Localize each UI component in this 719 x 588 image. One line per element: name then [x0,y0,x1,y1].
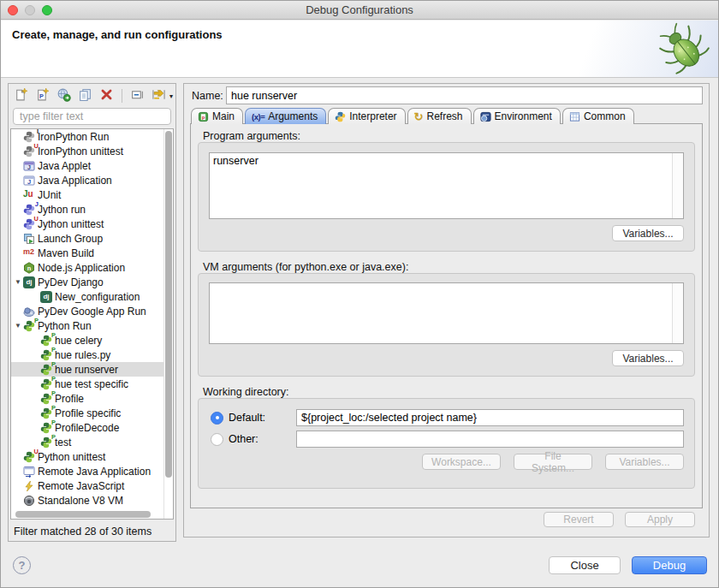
close-button[interactable]: Close [549,556,621,574]
tree-item-pydev-django[interactable]: ▼ dj PyDev Django [11,275,173,289]
tree-item-maven-build[interactable]: m2 Maven Build [11,246,173,260]
tree-item-jython-unittest[interactable]: U Jython unittest [11,217,173,231]
tree-item-label: Jython unittest [38,218,104,230]
java-application-icon: J [23,175,35,187]
vm-arguments-label: VM arguments (for python.exe or java.exe… [203,261,408,273]
delete-launch-configuration-button[interactable] [98,87,116,104]
textarea-scrollbar[interactable] [672,153,683,218]
default-directory-input[interactable] [296,409,684,426]
configurations-toolbar: P ▾ [12,86,173,105]
help-button[interactable]: ? [13,556,31,574]
tree-item-remote-java-application[interactable]: Remote Java Application [11,464,173,478]
python-green-P-icon: P [40,393,52,405]
vm-arguments-variables-button[interactable]: Variables... [612,350,684,366]
tree-item-node-js-application[interactable]: n Node.js Application [11,260,173,275]
tree-item-python-unittest[interactable]: U Python unittest [11,449,173,464]
tree-item-label: New_configuration [55,291,140,303]
tree-item-java-applet[interactable]: J Java Applet [11,158,173,173]
tab-interpreter[interactable]: Interpreter [328,108,405,124]
filter-menu-caret-icon[interactable]: ▾ [169,92,173,100]
name-row: Name: [184,84,709,108]
working-directory-variables-button[interactable]: Variables... [605,454,684,470]
tree-item-hue-test-specific[interactable]: P hue test specific [11,377,173,391]
tab-environment[interactable]: Environment [473,108,561,124]
tree-item-label: ProfileDecode [55,422,119,434]
collapse-all-button[interactable] [128,87,146,104]
tree-item-ironpython-unittest[interactable]: U IronPython unittest [11,144,173,158]
tree-item-remote-javascript[interactable]: Remote JavaScript [11,478,173,493]
textarea-scrollbar[interactable] [672,283,683,343]
tree-item-launch-group[interactable]: Launch Group [11,231,173,246]
scrollbar-thumb[interactable] [15,511,151,518]
python-gray-I-icon: I [23,131,35,143]
scrollbar-thumb[interactable] [165,131,172,478]
other-directory-input[interactable] [296,431,684,448]
tab-label: Common [584,110,626,122]
tab-main[interactable]: p Main [191,108,243,124]
other-radio[interactable] [211,433,223,446]
new-launch-prototype-icon: P [35,87,50,104]
tree-item-label: Java Applet [38,160,91,172]
tree-item-label: PyDev Django [38,276,104,288]
launch-group-icon [23,233,35,245]
python-blue-U-icon: U [23,218,35,230]
workspace-button[interactable]: Workspace... [422,454,501,470]
working-directory-label: Working directory: [203,386,289,398]
apply-button[interactable]: Apply [625,512,695,527]
configurations-tree: I IronPython Run U IronPython unittest J… [10,128,174,520]
new-launch-prototype-button[interactable]: P [33,87,51,104]
new-launch-configuration-button[interactable] [12,87,30,104]
toolbar-separator [122,89,122,103]
tree-horizontal-scrollbar[interactable] [11,510,163,519]
tree-item-label: PyDev Google App Run [38,306,146,318]
svg-text:n: n [27,264,32,271]
tree-item-label: Python unittest [38,451,105,463]
java-applet-icon: J [23,160,35,172]
debug-button[interactable]: Debug [632,556,707,574]
window-title: Debug Configurations [1,3,718,16]
remote-java-icon [23,466,35,478]
tree-item-label: Python Run [38,320,92,332]
main-tab-icon: p [198,111,209,122]
tree-item-java-application[interactable]: J Java Application [11,173,173,187]
default-radio[interactable] [211,412,223,425]
dialog-header: Create, manage, and run configurations [1,21,718,78]
tab-common[interactable]: Common [562,108,634,124]
tree-item-profile[interactable]: P Profile [11,391,173,406]
title-bar[interactable]: Debug Configurations [1,1,718,20]
filter-input[interactable] [13,108,171,125]
file-system-button[interactable]: File System... [514,454,592,470]
tree-item-hue-runserver[interactable]: P hue runserver [11,362,173,377]
tree-item-new-configuration[interactable]: dj New_configuration [11,289,173,304]
tree-item-python-run[interactable]: ▼ P Python Run [11,318,173,333]
tree-item-hue-rules-py[interactable]: P hue rules.py [11,347,173,362]
duplicate-launch-configuration-button[interactable] [76,87,94,104]
expander-icon[interactable]: ▼ [13,322,23,330]
tree-item-hue-celery[interactable]: P hue celery [11,333,173,347]
tab-refresh[interactable]: ↻ Refresh [407,108,472,124]
expander-icon[interactable]: ▼ [13,278,23,286]
tree-item-profiledecode[interactable]: P ProfileDecode [11,420,173,435]
export-launch-configurations-button[interactable] [55,87,73,104]
python-green-P-icon: P [40,422,52,434]
python-green-U-icon: U [23,451,35,463]
vm-arguments-textarea[interactable] [210,283,672,343]
svg-text:P: P [39,92,44,100]
program-arguments-variables-button[interactable]: Variables... [612,225,684,241]
tab-arguments[interactable]: (x)= Arguments [245,108,326,124]
tree-rows: I IronPython Run U IronPython unittest J… [11,129,173,508]
v8-icon [23,495,35,507]
revert-button[interactable]: Revert [544,512,614,527]
tree-item-standalone-v8-vm[interactable]: Standalone V8 VM [11,493,173,508]
filter-launch-configurations-button[interactable] [150,87,168,104]
tree-item-label: test [55,437,71,448]
program-arguments-group: runserver Variables... [198,142,695,252]
tree-item-label: JUnit [38,189,61,201]
interpreter-tab-icon [335,111,346,122]
tree-vertical-scrollbar[interactable] [163,129,173,519]
tree-item-profile-specific[interactable]: P Profile specific [11,406,173,420]
name-input[interactable] [226,86,703,104]
arguments-tab-content: Program arguments: runserver Variables..… [190,123,703,508]
program-arguments-textarea[interactable]: runserver [210,153,672,218]
nodejs-icon: n [23,262,35,274]
